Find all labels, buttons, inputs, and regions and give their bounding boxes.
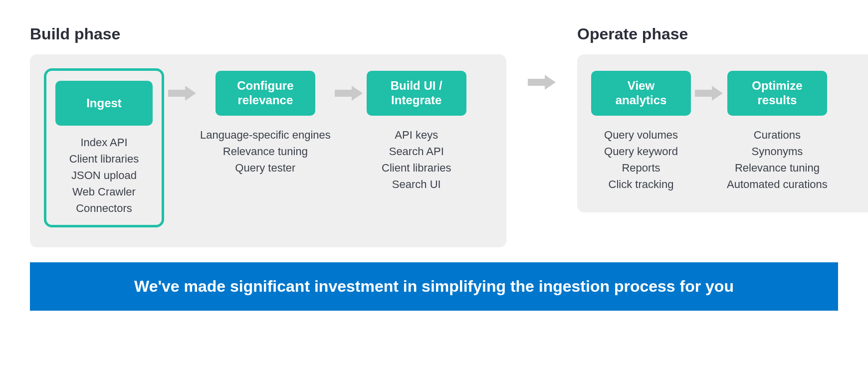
feature: Reports	[622, 160, 660, 176]
build-phase-section: Build phase Ingest Index API Client libr…	[30, 25, 506, 247]
feature: Client libraries	[69, 151, 139, 167]
build-ui-features: API keys Search API Client libraries Sea…	[382, 127, 451, 192]
arrow-icon	[524, 75, 560, 90]
operate-phase-title: Operate phase	[577, 25, 868, 43]
configure-features: Language-specific engines Relevance tuni…	[200, 127, 331, 176]
feature: API keys	[395, 127, 438, 143]
feature: Curations	[754, 127, 801, 143]
optimize-box: Optimize results	[727, 71, 827, 116]
step-view-analytics: View analytics Query volumes Query keywo…	[591, 68, 691, 192]
configure-label-1: Configure	[237, 79, 293, 92]
feature: Search API	[389, 144, 444, 160]
build-phase-panel: Ingest Index API Client libraries JSON u…	[30, 54, 506, 247]
feature: Query keyword	[604, 144, 678, 160]
build-ui-label-2: Integrate	[391, 93, 441, 107]
feature: Connectors	[76, 200, 132, 216]
step-build-ui: Build UI / Integrate API keys Search API…	[367, 68, 466, 192]
feature: Synonyms	[752, 144, 803, 160]
optimize-features: Curations Synonyms Relevance tuning Auto…	[727, 127, 828, 192]
step-ingest: Ingest Index API Client libraries JSON u…	[44, 68, 164, 227]
configure-box: Configure relevance	[216, 71, 315, 116]
feature: Automated curations	[727, 177, 828, 192]
operate-phase-panel: View analytics Query volumes Query keywo…	[577, 54, 868, 212]
feature: Language-specific engines	[200, 127, 331, 143]
configure-label-2: relevance	[237, 93, 293, 107]
feature: Index API	[80, 135, 127, 151]
ingest-highlight-ring: Ingest Index API Client libraries JSON u…	[44, 68, 164, 227]
build-ui-box: Build UI / Integrate	[367, 71, 466, 116]
ingest-label: Ingest	[86, 96, 122, 111]
feature: Search UI	[392, 177, 441, 192]
optimize-label-1: Optimize	[752, 79, 802, 92]
arrow-icon	[164, 68, 200, 118]
arrow-icon	[331, 68, 367, 118]
ingest-features: Index API Client libraries JSON upload W…	[69, 135, 139, 216]
view-analytics-label-1: View	[628, 79, 654, 92]
view-analytics-features: Query volumes Query keyword Reports Clic…	[604, 127, 678, 192]
view-analytics-box: View analytics	[591, 71, 691, 116]
feature: Client libraries	[382, 160, 451, 176]
diagram-root: Build phase Ingest Index API Client libr…	[30, 25, 838, 311]
investment-banner: We've made significant investment in sim…	[30, 262, 838, 311]
feature: JSON upload	[71, 168, 137, 184]
feature: Relevance tuning	[223, 144, 308, 160]
phases-row: Build phase Ingest Index API Client libr…	[30, 25, 838, 247]
step-configure: Configure relevance Language-specific en…	[200, 68, 331, 176]
arrow-icon	[691, 68, 727, 118]
ingest-box: Ingest	[55, 81, 153, 126]
build-ui-label-1: Build UI /	[391, 79, 442, 92]
feature: Query volumes	[604, 127, 678, 143]
build-phase-title: Build phase	[30, 25, 506, 43]
feature: Query tester	[235, 160, 295, 176]
feature: Web Crawler	[72, 184, 136, 200]
operate-phase-section: Operate phase View analytics Query volum…	[577, 25, 868, 247]
view-analytics-label-2: analytics	[616, 93, 667, 107]
optimize-label-2: results	[758, 93, 797, 107]
feature: Click tracking	[609, 177, 674, 192]
feature: Relevance tuning	[735, 160, 820, 176]
step-optimize: Optimize results Curations Synonyms Rele…	[727, 68, 828, 192]
